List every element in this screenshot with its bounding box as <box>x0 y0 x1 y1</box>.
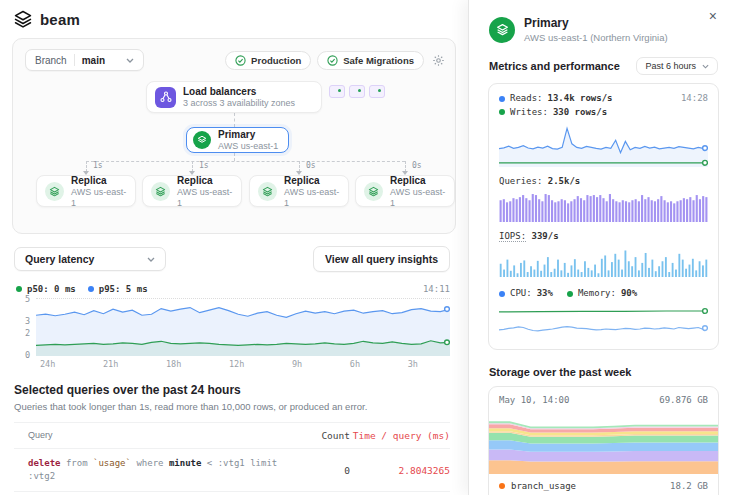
node-subtitle: AWS us-east-1 <box>71 187 127 209</box>
node-subtitle: AWS us-east-1 <box>177 187 233 209</box>
az-box <box>329 85 345 98</box>
y-tick-label: 3 <box>25 316 30 326</box>
panel-title: Primary <box>524 16 668 30</box>
queries-bars-canvas <box>499 191 708 222</box>
replica-node-2[interactable]: Replica AWS us-east-1 <box>142 175 242 207</box>
storage-legend-branch-usage[interactable]: branch_usage 18.2 GB <box>499 481 708 491</box>
replica-node-3[interactable]: Replica AWS us-east-1 <box>249 175 349 207</box>
iops-value: 339/s <box>532 231 559 241</box>
node-title: Load balancers <box>183 85 295 98</box>
x-tick-label: 9h <box>292 359 302 369</box>
cpu-value: 33% <box>537 287 553 301</box>
view-all-query-insights-button[interactable]: View all query insights <box>313 246 450 272</box>
x-tick-label: 21h <box>103 359 118 369</box>
reads-legend-row: Reads: 13.4k rows/s 14:28 <box>499 92 708 106</box>
connector-lb-primary <box>234 113 235 127</box>
reads-value: 13.4k rows/s <box>548 92 613 106</box>
iops-label: IOPS: <box>499 231 526 241</box>
branch-label: Branch <box>35 55 67 66</box>
settings-gear-icon[interactable] <box>432 54 445 67</box>
primary-node[interactable]: Primary AWS us-east-1 <box>186 127 289 153</box>
app-header: beam <box>0 0 468 36</box>
iops-bars-canvas <box>499 246 708 277</box>
x-tick-label: 3h <box>408 359 418 369</box>
connector-trunk <box>86 161 405 162</box>
node-title: Primary <box>218 128 278 141</box>
writes-legend-row: Writes: 330 rows/s <box>499 106 708 120</box>
branch-value: main <box>82 55 105 66</box>
beam-logo-icon <box>14 10 32 28</box>
branch-selector[interactable]: Branch main <box>25 49 144 71</box>
queries-table-header: Query Count Time / query (ms) <box>14 422 450 449</box>
metric-selector[interactable]: Query latency <box>14 247 166 271</box>
query-row[interactable]: delete from `usage` where minute < :vtg1… <box>14 449 450 492</box>
primary-details-panel: × Primary AWS us-east-1 (Northern Virgin… <box>468 0 730 495</box>
chevron-down-icon <box>147 257 155 262</box>
metrics-timestamp: 14:28 <box>681 92 708 106</box>
branch-usage-label: branch_usage <box>511 481 576 491</box>
safe-migrations-badge-label: Safe Migrations <box>343 55 414 66</box>
writes-dot <box>499 109 505 115</box>
cpu-memory-chart-canvas <box>499 305 708 341</box>
load-balancers-node[interactable]: Load balancers 3 across 3 availability z… <box>146 81 322 113</box>
divider <box>74 54 75 66</box>
production-badge-label: Production <box>251 55 301 66</box>
queries-rate-label: Queries: <box>499 176 542 186</box>
col-query: Query <box>28 429 295 442</box>
replica-database-icon <box>364 182 383 201</box>
sql-token: delete <box>28 458 61 468</box>
p95-legend-label: p95: 5 ms <box>99 284 148 294</box>
node-subtitle: AWS us-east-1 <box>218 141 278 152</box>
reads-label: Reads: <box>510 92 543 106</box>
storage-timestamp: May 10, 14:00 <box>499 395 569 405</box>
branch-usage-value: 18.2 GB <box>670 481 708 491</box>
replica-node-4[interactable]: Replica AWS us-east-1 <box>355 175 455 207</box>
latency-x-axis: 24h21h18h12h9h6h3h <box>40 359 418 369</box>
query-count: 0 <box>295 465 350 476</box>
storage-total: 69.876 GB <box>659 395 708 405</box>
node-title: Replica <box>284 174 340 187</box>
time-range-selector[interactable]: Past 6 hours <box>636 57 718 75</box>
p50-legend-label: p50: 0 ms <box>27 284 76 294</box>
node-subtitle: 3 across 3 availability zones <box>183 98 295 109</box>
node-title: Replica <box>390 174 446 187</box>
x-tick-label: 12h <box>229 359 244 369</box>
node-subtitle: AWS us-east-1 <box>284 187 340 209</box>
primary-database-icon <box>489 17 515 43</box>
safe-migrations-badge[interactable]: Safe Migrations <box>317 51 424 70</box>
y-tick-label: 2 <box>25 328 30 338</box>
cpu-dot <box>499 291 505 297</box>
storage-heading-row: Storage over the past week <box>469 350 730 384</box>
close-icon[interactable]: × <box>706 6 720 26</box>
x-tick-label: 24h <box>40 359 55 369</box>
query-time: 2.8043265 <box>350 465 450 476</box>
connector-primary-trunk <box>234 153 235 161</box>
writes-value: 330 rows/s <box>553 106 607 120</box>
p95-dot <box>88 286 94 292</box>
production-badge[interactable]: Production <box>225 51 311 70</box>
sql-token: `usage` <box>93 458 131 468</box>
replica-lag-label: 0s <box>306 161 316 170</box>
replica-lag-label: 1s <box>199 161 209 170</box>
latency-toolbar: Query latency View all query insights <box>14 246 450 272</box>
metric-selector-value: Query latency <box>25 253 94 265</box>
y-tick-label: 5 <box>25 294 30 304</box>
queries-rate-label-row: Queries: 2.5k/s <box>499 176 708 186</box>
check-circle-icon <box>327 55 338 66</box>
replica-lag-label: 1s <box>93 161 103 170</box>
storage-heading: Storage over the past week <box>489 366 718 378</box>
chevron-down-icon <box>126 58 134 63</box>
replica-database-icon <box>45 182 64 201</box>
primary-database-icon <box>193 131 211 149</box>
branch-usage-dot <box>499 483 505 489</box>
node-title: Replica <box>71 174 127 187</box>
replica-node-1[interactable]: Replica AWS us-east-1 <box>36 175 136 207</box>
database-diagram-card: Branch main Production Safe Migrations <box>12 38 456 234</box>
reads-writes-chart-canvas <box>499 123 708 167</box>
memory-label: Memory: <box>578 287 616 301</box>
load-balancer-icon <box>155 87 176 108</box>
node-subtitle: AWS us-east-1 <box>390 187 446 209</box>
memory-value: 90% <box>621 287 637 301</box>
x-tick-label: 18h <box>166 359 181 369</box>
latency-chart-canvas <box>36 298 450 356</box>
